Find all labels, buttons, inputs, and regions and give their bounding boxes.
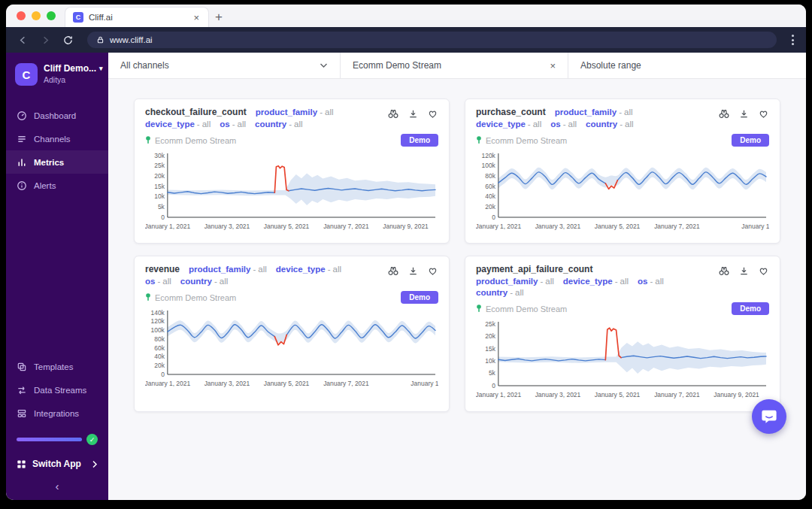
x-tick-label: January 1, 2021 [476, 223, 521, 230]
favorite-heart-icon[interactable] [427, 108, 438, 120]
workspace-switcher[interactable]: C Cliff Demo...▾ Aditya [6, 53, 108, 93]
sidebar-item-alerts[interactable]: Alerts [6, 174, 108, 197]
refresh-icon [62, 35, 74, 46]
user-name: Aditya [44, 75, 103, 84]
metric-tag[interactable]: os-all [550, 120, 577, 129]
browser-window: C Cliff.ai × + www.cliff.ai [6, 5, 806, 500]
explore-binoculars-icon[interactable] [387, 108, 399, 120]
stream-filter-label: Ecomm Demo Stream [353, 60, 441, 71]
chevron-down-icon [320, 62, 328, 68]
metric-tag[interactable]: country-all [476, 288, 524, 297]
data-streams-icon [17, 385, 27, 395]
demo-badge: Demo [732, 134, 769, 147]
sidebar-item-data-streams[interactable]: Data Streams [6, 378, 108, 401]
confidence-band [498, 341, 766, 374]
back-button[interactable] [14, 31, 32, 49]
metric-tag[interactable]: product_family-all [555, 108, 633, 117]
metric-tag[interactable]: os-all [638, 277, 664, 286]
x-tick-label: January 5, 2021 [595, 391, 641, 398]
download-icon[interactable] [738, 108, 750, 120]
channels-filter-dropdown[interactable]: All channels [108, 53, 341, 78]
sidebar-secondary-menu: Templates Data Streams Integrations [6, 355, 108, 425]
clear-filter-icon[interactable]: × [550, 60, 556, 71]
metric-tag[interactable]: device_type-all [145, 120, 211, 129]
metric-tag[interactable]: device_type-all [276, 265, 341, 274]
lock-icon [96, 35, 105, 44]
chat-launcher-button[interactable] [752, 399, 786, 434]
sidebar-item-dashboard[interactable]: Dashboard [6, 104, 108, 127]
templates-icon [17, 362, 27, 372]
forward-arrow-icon [40, 35, 51, 46]
maximize-window-button[interactable] [47, 11, 56, 20]
metric-tag[interactable]: device_type-all [563, 277, 629, 286]
metric-tag[interactable]: product_family-all [189, 265, 267, 274]
stream-status-icon [476, 304, 482, 313]
y-tick-label: 80k [154, 335, 165, 343]
metrics-icon [17, 157, 27, 168]
metric-tag[interactable]: os-all [145, 277, 171, 286]
metric-tag[interactable]: country-all [180, 277, 229, 286]
metric-tag[interactable]: product_family-all [476, 277, 554, 286]
stream-status-icon [145, 136, 151, 144]
progress-bar [17, 438, 82, 441]
sidebar-item-channels[interactable]: Channels [6, 127, 108, 150]
favorite-heart-icon[interactable] [758, 108, 769, 120]
range-filter-dropdown[interactable]: Absolute range [568, 53, 806, 78]
browser-navbar: www.cliff.ai [6, 27, 806, 53]
metrics-grid: checkout_failure_count product_family-al… [108, 79, 806, 432]
metric-card-checkout-failure-count: checkout_failure_count product_family-al… [134, 98, 450, 244]
x-tick-label: January 1, 2021 [145, 223, 190, 230]
metric-tag[interactable]: country-all [255, 120, 303, 129]
explore-binoculars-icon[interactable] [387, 265, 399, 277]
stream-name: Ecomm Demo Stream [486, 136, 567, 145]
y-tick-label: 10k [485, 357, 495, 365]
y-tick-label: 140k [151, 309, 165, 317]
explore-binoculars-icon[interactable] [718, 108, 730, 120]
explore-binoculars-icon[interactable] [718, 265, 730, 277]
metric-title: checkout_failure_count [145, 107, 247, 117]
browser-menu-button[interactable] [787, 35, 798, 45]
x-tick-label: January 3, 2021 [205, 223, 250, 230]
y-tick-label: 20k [154, 172, 165, 180]
x-tick-label: January 3, 2021 [535, 391, 581, 398]
y-tick-label: 20k [485, 203, 495, 211]
anomaly-line [274, 166, 289, 193]
switch-app-button[interactable]: Switch App [6, 451, 108, 477]
metric-tag[interactable]: device_type-all [476, 120, 541, 129]
close-window-button[interactable] [17, 11, 26, 20]
browser-tab[interactable]: C Cliff.ai × [65, 7, 209, 27]
download-icon[interactable] [408, 108, 419, 120]
metric-tag[interactable]: os-all [220, 120, 246, 129]
minimize-window-button[interactable] [32, 11, 41, 20]
y-tick-label: 0 [161, 214, 165, 221]
demo-badge: Demo [732, 302, 769, 315]
metric-tag[interactable]: product_family-all [256, 108, 334, 117]
x-tick-label: January 3, 2021 [535, 223, 581, 230]
sidebar-item-label: Templates [34, 362, 73, 371]
sidebar-item-templates[interactable]: Templates [6, 355, 108, 378]
y-tick-label: 120k [151, 317, 165, 325]
download-icon[interactable] [408, 265, 419, 277]
tab-close-icon[interactable]: × [192, 13, 201, 23]
collapse-sidebar-button[interactable]: ‹ [6, 477, 108, 500]
favorite-heart-icon[interactable] [758, 265, 769, 277]
desktop-background: C Cliff.ai × + www.cliff.ai [0, 0, 812, 509]
url-text: www.cliff.ai [110, 35, 153, 44]
y-tick-label: 15k [154, 183, 165, 190]
stream-filter-chip[interactable]: Ecomm Demo Stream × [341, 53, 568, 78]
metric-tag[interactable]: country-all [586, 120, 634, 129]
address-bar[interactable]: www.cliff.ai [87, 32, 777, 48]
sidebar-item-integrations[interactable]: Integrations [6, 401, 108, 425]
favorite-heart-icon[interactable] [427, 265, 438, 277]
y-tick-label: 100k [151, 326, 165, 334]
download-icon[interactable] [738, 265, 750, 277]
y-tick-label: 25k [154, 162, 165, 169]
browser-tab-strip: C Cliff.ai × + [6, 5, 806, 27]
forward-button[interactable] [36, 31, 54, 49]
refresh-button[interactable] [59, 31, 77, 49]
onboarding-progress: ✓ [17, 434, 98, 445]
sidebar-item-metrics[interactable]: Metrics [6, 150, 108, 174]
new-tab-button[interactable]: + [209, 8, 229, 27]
metric-chart-svg: 020k40k60k80k100k120k140kJanuary 1, 2021… [145, 308, 438, 392]
y-tick-label: 60k [154, 344, 165, 352]
